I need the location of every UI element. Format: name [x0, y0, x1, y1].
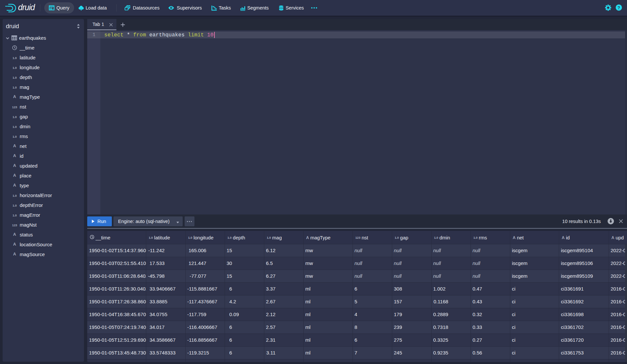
svg-text:?: ? — [617, 5, 620, 10]
